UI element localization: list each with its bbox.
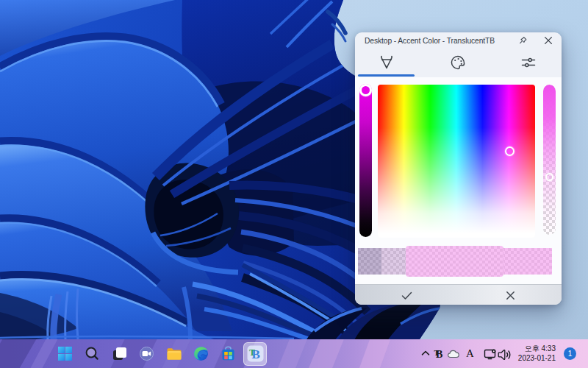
svg-text:T: T [434, 349, 440, 357]
